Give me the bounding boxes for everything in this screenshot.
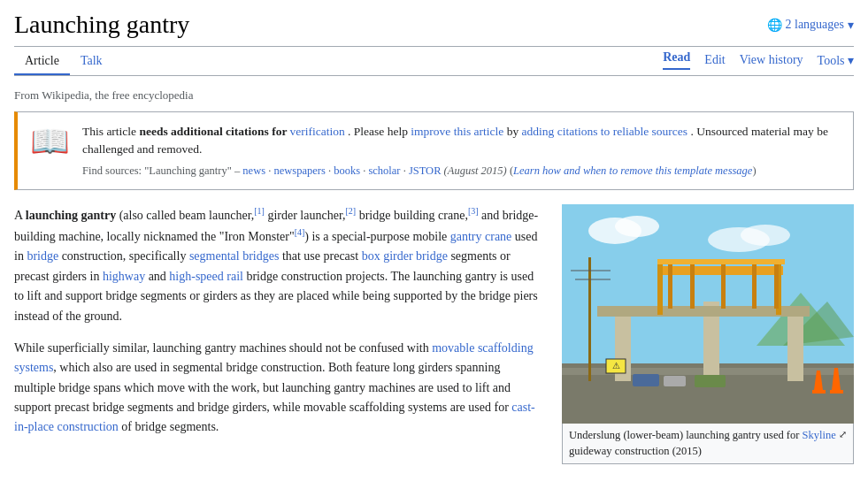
ref-3[interactable]: [3] bbox=[468, 206, 479, 216]
article-para2: While superficially similar, launching g… bbox=[14, 339, 544, 438]
notice-improve-link[interactable]: improve this article bbox=[411, 125, 503, 138]
svg-rect-20 bbox=[752, 264, 757, 309]
notice-text-3: by bbox=[507, 125, 522, 138]
notice-book-icon: 📖 bbox=[30, 123, 70, 179]
notice-prefix: This article bbox=[82, 125, 139, 138]
notice-sources: Find sources: "Launching gantry" – news … bbox=[82, 163, 841, 180]
notice-learn-link[interactable]: Learn how and when to remove this templa… bbox=[513, 164, 752, 177]
svg-rect-33 bbox=[695, 375, 726, 387]
notice-text-2: . Please help bbox=[348, 125, 411, 138]
link-segmental-bridges[interactable]: segmental bridges bbox=[189, 249, 279, 263]
notice-box: 📖 This article needs additional citation… bbox=[14, 111, 854, 190]
source-sep: – bbox=[234, 164, 242, 177]
tools-link[interactable]: Tools ▾ bbox=[818, 53, 854, 68]
article-image: ⚠ bbox=[562, 204, 854, 424]
svg-rect-26 bbox=[830, 390, 843, 393]
find-sources-label: Find sources: bbox=[82, 164, 144, 177]
tab-talk[interactable]: Talk bbox=[70, 47, 113, 75]
tabs-row: Article Talk Read Edit View history Tool… bbox=[14, 47, 854, 76]
edit-link[interactable]: Edit bbox=[704, 53, 725, 67]
svg-rect-31 bbox=[633, 374, 659, 386]
ref-4[interactable]: [4] bbox=[295, 227, 305, 237]
notice-content: This article needs additional citations … bbox=[82, 123, 841, 179]
svg-rect-14 bbox=[657, 262, 663, 315]
caption-text: Underslung (lower-beam) launching gantry… bbox=[569, 429, 803, 441]
ref-2[interactable]: [2] bbox=[345, 206, 356, 216]
svg-rect-28 bbox=[812, 390, 826, 393]
svg-point-2 bbox=[615, 216, 659, 237]
tabs-right: Read Edit View history Tools ▾ bbox=[663, 50, 854, 75]
notice-paren-close: ) bbox=[752, 164, 756, 177]
article-text: A launching gantry (also called beam lau… bbox=[14, 204, 544, 464]
page-header: Launching gantry 🌐 2 languages ▾ bbox=[14, 0, 854, 47]
notice-verification-link[interactable]: verification bbox=[290, 125, 345, 138]
main-content: A launching gantry (also called beam lau… bbox=[14, 204, 854, 464]
source-link-books[interactable]: books bbox=[334, 164, 360, 177]
image-caption: ⤢ Underslung (lower-beam) launching gant… bbox=[562, 424, 854, 464]
caption-end: guideway construction (2015) bbox=[569, 445, 702, 457]
page-title: Launching gantry bbox=[14, 11, 189, 39]
source-link-news[interactable]: news bbox=[242, 164, 265, 177]
lang-btn-text: 2 languages bbox=[786, 18, 844, 32]
tabs-left: Article Talk bbox=[14, 47, 113, 75]
link-movable-scaffolding[interactable]: movable scaffolding systems bbox=[14, 341, 534, 374]
svg-point-4 bbox=[741, 225, 790, 246]
chevron-down-icon: ▾ bbox=[848, 18, 854, 33]
svg-rect-19 bbox=[721, 264, 726, 309]
notice-date: (August 2015) bbox=[444, 164, 510, 177]
link-bridge[interactable]: bridge bbox=[27, 249, 58, 263]
link-highway[interactable]: highway bbox=[103, 270, 145, 283]
svg-rect-11 bbox=[787, 306, 803, 381]
caption-skyline-link[interactable]: Skyline bbox=[803, 429, 836, 441]
link-cast-in-place[interactable]: cast-in-place construction bbox=[14, 401, 535, 433]
ref-1[interactable]: [1] bbox=[254, 206, 265, 216]
svg-text:⚠: ⚠ bbox=[612, 361, 620, 371]
tab-article[interactable]: Article bbox=[14, 47, 70, 75]
link-box-girder[interactable]: box girder bridge bbox=[362, 249, 448, 263]
view-history-link[interactable]: View history bbox=[740, 53, 803, 67]
link-high-speed-rail[interactable]: high-speed rail bbox=[169, 270, 243, 283]
languages-button[interactable]: 🌐 2 languages ▾ bbox=[767, 18, 854, 33]
source-query: "Launching gantry" bbox=[144, 164, 232, 177]
source-link-jstor[interactable]: JSTOR bbox=[409, 164, 442, 177]
read-link[interactable]: Read bbox=[663, 50, 690, 70]
translate-icon: 🌐 bbox=[767, 18, 782, 33]
notice-bold: needs additional citations for bbox=[139, 125, 289, 138]
subtitle: From Wikipedia, the free encyclopedia bbox=[14, 83, 854, 111]
article-para1: A launching gantry (also called beam lau… bbox=[14, 204, 544, 326]
svg-rect-17 bbox=[668, 264, 672, 309]
svg-rect-21 bbox=[774, 264, 779, 309]
source-link-scholar[interactable]: scholar bbox=[368, 164, 400, 177]
source-link-newspapers[interactable]: newspapers bbox=[273, 164, 325, 177]
link-gantry-crane[interactable]: gantry crane bbox=[450, 230, 512, 243]
image-box: ⚠ ⤢ Underslung (lower-beam) launching ga… bbox=[562, 204, 854, 464]
svg-rect-22 bbox=[588, 257, 591, 381]
notice-adding-link[interactable]: adding citations to reliable sources bbox=[522, 125, 687, 138]
svg-rect-18 bbox=[690, 264, 695, 309]
notice-text: This article needs additional citations … bbox=[82, 123, 841, 159]
caption-expand-icon[interactable]: ⤢ bbox=[839, 428, 847, 441]
svg-rect-32 bbox=[664, 376, 686, 386]
article-bold-term: launching gantry bbox=[26, 209, 116, 222]
svg-rect-16 bbox=[657, 259, 785, 264]
